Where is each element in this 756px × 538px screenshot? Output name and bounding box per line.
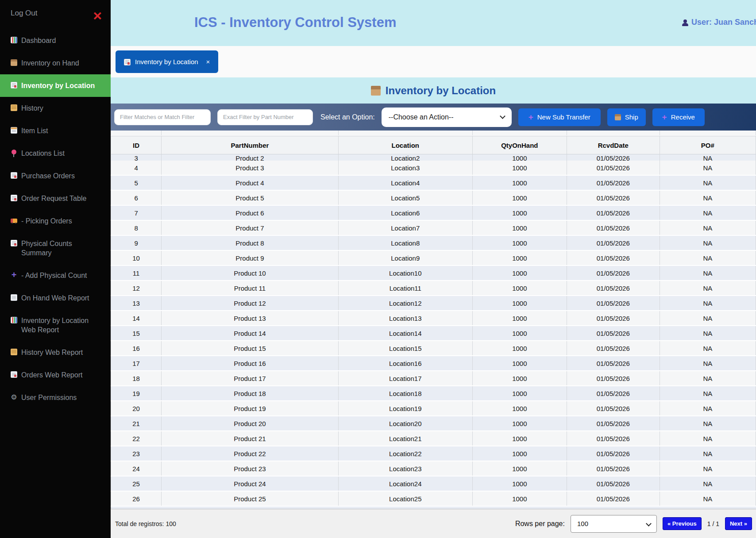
table-cell: 1000	[473, 461, 567, 476]
exact-filter-input[interactable]	[217, 109, 313, 125]
table-cell: Location6	[339, 206, 473, 220]
sidebar-item-label: Locations List	[21, 149, 65, 158]
table-row[interactable]: 19Product 18Location18100001/05/2026NA	[111, 386, 756, 401]
sidebar-item-user-permissions[interactable]: ⚙User Permissions	[0, 386, 111, 409]
sidebar-item-label: Inventory by Location Web Report	[21, 316, 99, 334]
sidebar-item-label: User Permissions	[21, 393, 77, 402]
sidebar-item-add-physical-count[interactable]: +- Add Physical Count	[0, 264, 111, 287]
table-cell: 1000	[473, 266, 567, 280]
table-row[interactable]: 24Product 23Location23100001/05/2026NA	[111, 461, 756, 477]
table-cell: 1000	[473, 251, 567, 265]
page-indicator: 1 / 1	[707, 520, 719, 527]
table-cell: Product 1	[162, 131, 338, 135]
sidebar-item-label: On Hand Web Report	[21, 293, 89, 303]
user-info: User: Juan Sanchez	[682, 18, 756, 27]
table-row[interactable]: 16Product 15Location15100001/05/2026NA	[111, 341, 756, 356]
table-cell: Product 12	[162, 296, 338, 310]
document-icon	[124, 59, 131, 65]
sidebar-item-history[interactable]: History	[0, 97, 111, 119]
table-cell: Product 9	[162, 251, 338, 265]
table-cell: 8	[111, 221, 162, 235]
chevron-down-icon	[646, 521, 652, 526]
tab-inventory-by-location[interactable]: Inventory by Location ×	[116, 50, 218, 73]
table-cell: Product 25	[162, 492, 338, 506]
table-row[interactable]: 3Product 2Location2100001/05/2026NA	[111, 154, 756, 161]
table-row[interactable]: 10Product 9Location9100001/05/2026NA	[111, 251, 756, 266]
new-sub-transfer-button[interactable]: + New Sub Transfer	[518, 108, 601, 126]
user-label: User: Juan Sanchez	[691, 18, 756, 27]
table-row[interactable]: 13Product 12Location12100001/05/2026NA	[111, 296, 756, 311]
ship-button[interactable]: Ship	[607, 108, 646, 126]
next-page-button[interactable]: Next »	[725, 517, 752, 530]
rows-per-page-select[interactable]: 100	[571, 515, 657, 533]
sidebar-item-inventory-on-hand[interactable]: Inventory on Hand	[0, 52, 111, 74]
sidebar-item-physical-counts-summary[interactable]: Physical Counts Summary	[0, 232, 111, 264]
sidebar-item-label: Dashboard	[21, 36, 56, 45]
package-icon	[615, 114, 621, 120]
sidebar-item-on-hand-web-report[interactable]: On Hand Web Report	[0, 287, 111, 309]
sidebar-item-purchase-orders[interactable]: Purchase Orders	[0, 165, 111, 187]
table-cell: Location19	[339, 401, 473, 415]
tab-close-icon[interactable]: ×	[206, 58, 210, 65]
scroll-icon	[11, 349, 17, 355]
table-cell: 1000	[473, 326, 567, 340]
table-cell: 01/05/2026	[567, 492, 660, 506]
sidebar-item-picking-orders[interactable]: - Picking Orders	[0, 210, 111, 232]
table-row[interactable]: 15Product 14Location14100001/05/2026NA	[111, 326, 756, 341]
table-cell: Location8	[339, 236, 473, 250]
sidebar-item-dashboard[interactable]: Dashboard	[0, 29, 111, 52]
column-header-po[interactable]: PO#	[660, 136, 756, 154]
bar-chart-icon	[11, 37, 17, 43]
table-row[interactable]: 5Product 4Location4100001/05/2026NA	[111, 176, 756, 191]
column-header-rcvddate[interactable]: RcvdDate	[567, 136, 660, 154]
sidebar-item-item-list[interactable]: Item List	[0, 119, 111, 142]
table-row[interactable]: 12Product 11Location11100001/05/2026NA	[111, 281, 756, 296]
sidebar-item-history-web-report[interactable]: History Web Report	[0, 341, 111, 364]
table-row[interactable]: 18Product 17Location17100001/05/2026NA	[111, 371, 756, 386]
table-row[interactable]: 22Product 21Location21100001/05/2026NA	[111, 431, 756, 446]
table-row[interactable]: 11Product 10Location10100001/05/2026NA	[111, 266, 756, 281]
match-filter-input[interactable]	[114, 109, 211, 125]
table-cell: 9	[111, 236, 162, 250]
pagination: Rows per page: 100 « Previous 1 / 1 Next…	[515, 515, 752, 533]
table-row[interactable]: 17Product 16Location16100001/05/2026NA	[111, 356, 756, 371]
table-row[interactable]: 23Product 22Location22100001/05/2026NA	[111, 446, 756, 461]
table-cell: NA	[660, 401, 756, 415]
close-icon[interactable]: ×	[93, 8, 102, 23]
table-row[interactable]: 21Product 20Location20100001/05/2026NA	[111, 416, 756, 431]
table-row[interactable]: 9Product 8Location8100001/05/2026NA	[111, 236, 756, 251]
table-row[interactable]: 25Product 24Location24100001/05/2026NA	[111, 477, 756, 492]
table-row[interactable]: 14Product 13Location13100001/05/2026NA	[111, 311, 756, 326]
column-header-partnumber[interactable]: PartNumber	[162, 136, 338, 154]
sidebar-item-inventory-by-location[interactable]: Inventory by Location	[0, 74, 111, 97]
sidebar-item-locations-list[interactable]: Locations List	[0, 142, 111, 165]
table-cell: NA	[660, 266, 756, 280]
previous-page-button[interactable]: « Previous	[663, 517, 702, 530]
table-cell: 13	[111, 296, 162, 310]
sidebar-item-label: Purchase Orders	[21, 171, 75, 181]
table-cell: Location20	[339, 416, 473, 430]
table-row[interactable]: 20Product 19Location19100001/05/2026NA	[111, 401, 756, 416]
action-select[interactable]: --Choose an Action--	[382, 108, 512, 127]
sidebar-item-orders-web-report[interactable]: Orders Web Report	[0, 364, 111, 386]
table-cell: NA	[660, 221, 756, 235]
section-title: Inventory by Location	[386, 85, 496, 97]
sidebar-item-inventory-by-location-web-report[interactable]: Inventory by Location Web Report	[0, 309, 111, 341]
table-cell: 01/05/2026	[567, 386, 660, 400]
table-row[interactable]: 8Product 7Location7100001/05/2026NA	[111, 221, 756, 236]
receive-button[interactable]: + Receive	[652, 108, 705, 126]
column-header-location[interactable]: Location	[339, 136, 473, 154]
table-cell: Location16	[339, 356, 473, 370]
table-row[interactable]: 2Product 1Location1100001/05/2026NA	[111, 131, 756, 135]
table-cell: 01/05/2026	[567, 206, 660, 220]
column-header-id[interactable]: ID	[111, 136, 162, 154]
column-header-qtyonhand[interactable]: QtyOnHand	[473, 136, 567, 154]
sidebar-item-order-request-table[interactable]: Order Request Table	[0, 187, 111, 210]
table-row[interactable]: 7Product 6Location6100001/05/2026NA	[111, 206, 756, 221]
table-row[interactable]: 6Product 5Location5100001/05/2026NA	[111, 191, 756, 206]
truck-icon	[11, 219, 17, 223]
table-row[interactable]: 26Product 25Location25100001/05/2026NA	[111, 492, 756, 507]
table-cell: Product 2	[162, 154, 338, 161]
table-cell: NA	[660, 416, 756, 430]
table-row[interactable]: 4Product 3Location3100001/05/2026NA	[111, 161, 756, 176]
